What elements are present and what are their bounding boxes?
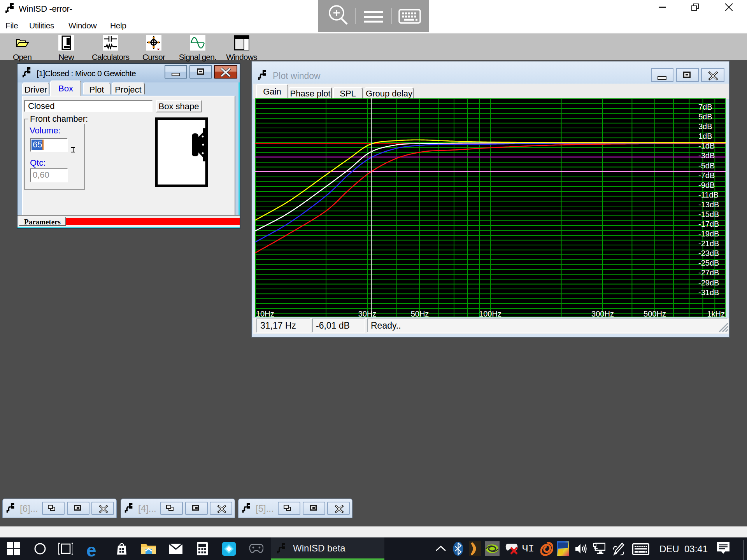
svg-text:50Hz: 50Hz: [411, 310, 429, 317]
svg-text:-21dB: -21dB: [698, 239, 719, 248]
svg-text:-11dB: -11dB: [698, 191, 719, 199]
svg-text:-17dB: -17dB: [698, 220, 719, 228]
svg-text:-13dB: -13dB: [698, 200, 719, 209]
svg-text:1kHz: 1kHz: [707, 310, 725, 317]
svg-text:-31dB: -31dB: [698, 288, 719, 297]
svg-text:100Hz: 100Hz: [479, 310, 502, 317]
svg-text:-3dB: -3dB: [698, 151, 715, 160]
svg-text:500Hz: 500Hz: [644, 310, 666, 317]
svg-text:-7dB: -7dB: [698, 171, 715, 180]
svg-text:10Hz: 10Hz: [256, 310, 274, 317]
svg-text:-1dB: -1dB: [698, 142, 715, 150]
svg-text:30Hz: 30Hz: [358, 310, 377, 317]
svg-text:-23dB: -23dB: [698, 249, 719, 257]
svg-text:-25dB: -25dB: [698, 259, 719, 267]
svg-text:-9dB: -9dB: [698, 181, 715, 189]
svg-text:-29dB: -29dB: [698, 278, 719, 287]
svg-text:3dB: 3dB: [698, 122, 712, 131]
svg-text:-5dB: -5dB: [698, 161, 715, 170]
svg-text:7dB: 7dB: [698, 103, 712, 111]
svg-text:-27dB: -27dB: [698, 268, 719, 277]
svg-text:5dB: 5dB: [698, 112, 712, 121]
svg-text:1dB: 1dB: [698, 132, 712, 140]
svg-text:-19dB: -19dB: [698, 229, 719, 238]
svg-text:-15dB: -15dB: [698, 210, 719, 219]
svg-text:300Hz: 300Hz: [591, 310, 614, 317]
